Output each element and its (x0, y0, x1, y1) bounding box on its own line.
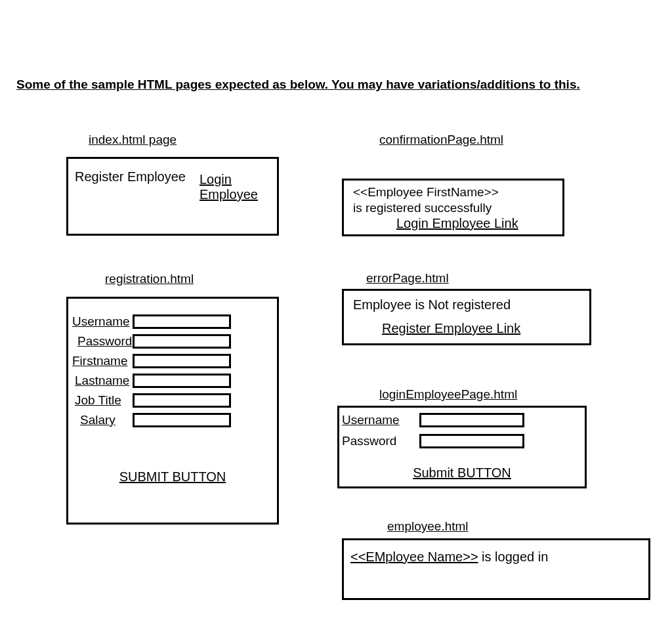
registration-lastname-input[interactable] (133, 374, 231, 388)
registration-username-input[interactable] (133, 314, 231, 329)
login-page-box: Username Password Submit BUTTON (337, 406, 587, 488)
registration-submit-button[interactable]: SUBMIT BUTTON (119, 469, 226, 484)
registration-firstname-label: Firstname (68, 354, 133, 368)
registration-lastname-label: Lastname (68, 374, 133, 388)
registration-firstname-input[interactable] (133, 354, 231, 368)
login-password-label: Password (341, 434, 419, 448)
login-username-input[interactable] (419, 413, 524, 427)
error-register-link[interactable]: Register Employee Link (382, 321, 520, 335)
registration-salary-label: Salary (68, 413, 133, 427)
login-page-title: loginEmployeePage.html (379, 387, 517, 402)
confirmation-login-link[interactable]: Login Employee Link (396, 216, 518, 230)
registration-page-box: Username Password Firstname Lastname Job… (66, 297, 279, 525)
error-page-title: errorPage.html (366, 271, 449, 286)
registration-password-input[interactable] (133, 334, 231, 349)
login-password-input[interactable] (419, 434, 524, 448)
employee-page-title: employee.html (387, 519, 469, 534)
register-employee-link[interactable]: Register Employee (75, 169, 186, 184)
confirmation-page-title: confirmationPage.html (379, 133, 503, 147)
registration-username-label: Username (68, 314, 133, 329)
error-message-text: Employee is Not registered (353, 297, 511, 312)
registration-jobtitle-input[interactable] (133, 393, 231, 408)
error-page-box: Employee is Not registered Register Empl… (342, 289, 591, 345)
registration-salary-input[interactable] (133, 413, 231, 427)
employee-logged-in-text: is logged in (478, 549, 549, 564)
login-submit-button[interactable]: Submit BUTTON (413, 465, 511, 480)
confirmation-firstname-placeholder: <<Employee FirstName>> (353, 184, 499, 201)
index-page-box: Register Employee Login Employee (66, 157, 279, 236)
confirmation-success-text: is registered successfully (353, 200, 492, 217)
employee-page-box: <<EMployee Name>> is logged in (342, 538, 650, 600)
login-employee-link[interactable]: Login Employee (200, 172, 258, 202)
registration-jobtitle-label: Job Title (68, 393, 133, 408)
page-heading: Some of the sample HTML pages expected a… (16, 77, 580, 92)
employee-name-placeholder: <<EMployee Name>> (350, 549, 478, 564)
confirmation-page-box: <<Employee FirstName>> is registered suc… (342, 179, 564, 236)
login-username-label: Username (341, 413, 419, 427)
registration-page-title: registration.html (105, 272, 194, 286)
index-page-title: index.html page (89, 133, 177, 147)
registration-password-label: Password (68, 334, 133, 349)
